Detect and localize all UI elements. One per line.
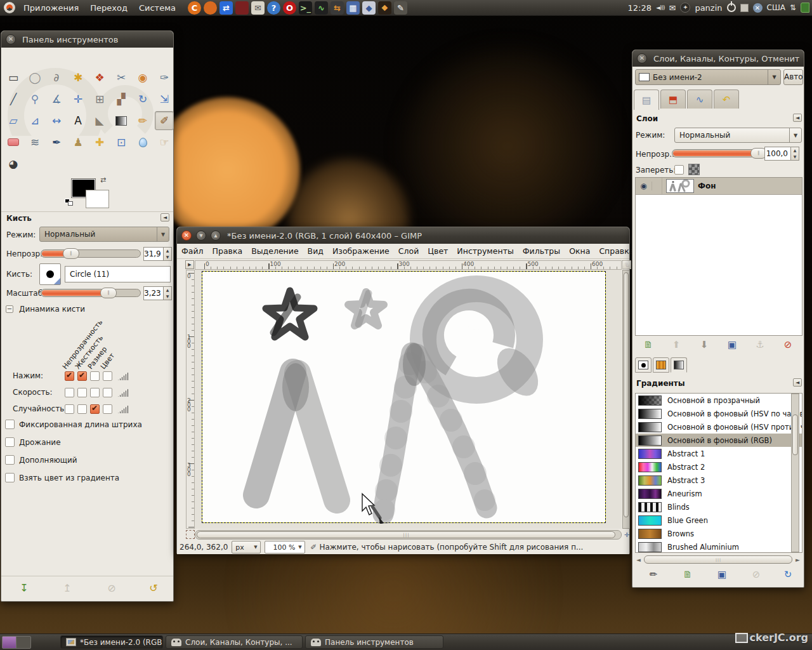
layers-dialog-close-button[interactable]: ✕ xyxy=(637,53,647,63)
dynamics-checkbox-1-1[interactable] xyxy=(77,388,87,397)
dynamics-checkbox-2-3[interactable] xyxy=(103,404,112,414)
opacity-spinner[interactable]: 31,9 xyxy=(143,247,164,261)
gradient-item[interactable]: Основной в фоновый (HSV против ч xyxy=(636,420,802,434)
menu-7[interactable]: Инструменты xyxy=(452,244,518,258)
reset-colors-icon[interactable] xyxy=(65,199,74,206)
edit-gradient-button[interactable]: ✏ xyxy=(645,567,662,582)
gradient-item[interactable]: Abstract 3 xyxy=(636,474,802,487)
dynamics-checkbox-0-0[interactable] xyxy=(65,371,74,381)
tool-perspective-clone[interactable]: ⊡ xyxy=(112,133,131,152)
layers-dialog-titlebar[interactable]: ✕ Слои, Каналы, Контуры, Отменит xyxy=(632,50,804,67)
gradient-item[interactable]: Brushed Aluminium xyxy=(636,540,802,553)
scale-slider[interactable]: ∥ xyxy=(41,289,141,297)
tool-rotate[interactable]: ↻ xyxy=(133,90,152,109)
background-color-swatch[interactable] xyxy=(86,190,109,208)
gradient-item[interactable]: Abstract 2 xyxy=(636,460,802,474)
tab-paths[interactable]: ∿ xyxy=(687,90,712,109)
system-monitor-launcher[interactable]: ∿ xyxy=(315,1,328,15)
tool-color-picker[interactable]: ╱ xyxy=(4,90,23,109)
lock-alpha-checkbox[interactable] xyxy=(674,165,684,175)
menu-6[interactable]: Цвет xyxy=(423,244,452,258)
window-close-button[interactable]: ✕ xyxy=(181,230,192,241)
tool-crop[interactable]: ▞ xyxy=(112,90,131,109)
taskbar-button-1[interactable]: Слои, Каналы, Контуры, ... xyxy=(166,635,303,649)
window-selector-icon[interactable] xyxy=(740,4,749,12)
network-launcher[interactable]: ⇆ xyxy=(331,1,344,15)
layout-switch-arrows[interactable]: ⇅ xyxy=(790,3,796,12)
gradient-item[interactable]: Browns xyxy=(636,527,802,540)
canvas[interactable] xyxy=(202,271,606,523)
gradient-item[interactable]: Aneurism xyxy=(636,487,802,500)
top-menu-2[interactable]: Система xyxy=(133,0,181,16)
dynamics-checkbox-1-0[interactable] xyxy=(65,388,74,397)
refresh-gradients-button[interactable]: ↻ xyxy=(780,567,796,582)
tool-measure[interactable]: ∡ xyxy=(47,90,66,109)
tool-perspective[interactable]: ⊿ xyxy=(25,111,44,130)
gradients-collapse-button[interactable]: ◄ xyxy=(793,378,802,387)
tool-clone[interactable]: ♟ xyxy=(69,133,88,152)
tab-undo-history[interactable]: ↶ xyxy=(714,90,739,109)
virtualbox-launcher[interactable]: ◆ xyxy=(362,1,376,15)
menu-2[interactable]: Выделение xyxy=(247,244,303,258)
image-selector-dropdown[interactable]: Без имени-2 ▼ xyxy=(635,69,781,85)
tab-layers[interactable]: ▤ xyxy=(634,90,659,110)
tool-scissors-select[interactable]: ✂ xyxy=(112,68,131,87)
image-window-titlebar[interactable]: ✕ ▾ ▴ *Без имени-2.0 (RGB, 1 слой) 640x4… xyxy=(177,227,629,244)
keyboard-layout[interactable]: США xyxy=(767,3,785,12)
dynamics-checkbox-1-2[interactable] xyxy=(90,388,100,397)
menu-0[interactable]: Файл xyxy=(177,244,208,258)
power-icon[interactable] xyxy=(727,3,736,12)
taskbar-button-0[interactable]: *Без имени-2.0 (RGB, 1 сл... xyxy=(60,635,163,649)
duplicate-layer-button[interactable]: ▣ xyxy=(724,337,740,352)
auto-button[interactable]: Авто xyxy=(783,69,803,85)
dynamics-checkbox-1-3[interactable] xyxy=(103,388,112,397)
layer-row[interactable]: ◉ Фон xyxy=(636,178,802,195)
scroll-right-arrow[interactable]: ► xyxy=(796,557,800,563)
teamviewer-launcher[interactable]: ⇄ xyxy=(219,1,233,15)
dynamics-checkbox-2-2[interactable] xyxy=(90,404,100,414)
layer-opacity-spinner[interactable]: 100,0 xyxy=(764,147,791,161)
top-menu-1[interactable]: Переход xyxy=(84,0,133,16)
media-launcher[interactable]: ▦ xyxy=(346,1,360,15)
menu-1[interactable]: Правка xyxy=(208,244,247,258)
layer-mode-dropdown[interactable]: Нормальный ▼ xyxy=(674,128,802,143)
swap-colors-icon[interactable]: ⇄ xyxy=(100,176,106,184)
option-checkbox-1[interactable] xyxy=(5,437,15,447)
delete-layer-button[interactable]: ⊘ xyxy=(780,337,796,352)
tray-edge-icon[interactable] xyxy=(801,3,809,13)
tool-move[interactable]: ✛ xyxy=(69,90,88,109)
scroll-left-arrow[interactable]: ◄ xyxy=(636,557,641,563)
menu-5[interactable]: Слой xyxy=(394,244,424,258)
tool-blend[interactable] xyxy=(112,111,131,130)
tool-shear[interactable]: ▱ xyxy=(4,111,23,130)
menu-3[interactable]: Вид xyxy=(303,244,328,258)
layer-opacity-slider[interactable]: ∥ xyxy=(672,149,762,157)
top-menu-0[interactable]: Приложения xyxy=(18,0,84,16)
me-menu-icon[interactable]: ✦ xyxy=(680,3,690,13)
menu-4[interactable]: Изображение xyxy=(328,244,394,258)
tool-paths[interactable]: ✑ xyxy=(155,68,174,87)
gradient-list-hscrollbar[interactable]: ∣∣∣ xyxy=(644,555,792,564)
tool-scale[interactable]: ⇲ xyxy=(155,90,174,109)
layer-opacity-spinner-arrows[interactable]: ▲▼ xyxy=(791,147,799,161)
dynamics-checkbox-0-3[interactable] xyxy=(103,371,112,381)
tab-patterns[interactable] xyxy=(653,357,669,373)
tool-ellipse-select[interactable]: ◯ xyxy=(25,68,44,87)
gradient-item[interactable]: Blinds xyxy=(636,500,802,514)
tool-smudge[interactable]: ☞ xyxy=(155,133,174,152)
option-checkbox-0[interactable] xyxy=(5,420,15,429)
tool-zoom[interactable]: ⚲ xyxy=(25,90,44,109)
layers-collapse-button[interactable]: ◄ xyxy=(793,114,802,122)
help-launcher[interactable]: ? xyxy=(267,1,280,15)
tool-select-by-color[interactable]: ❖ xyxy=(90,68,109,87)
menu-arrow-button[interactable]: ▶ xyxy=(185,260,194,269)
tool-eraser[interactable] xyxy=(4,133,23,152)
tool-blur-sharpen[interactable] xyxy=(133,133,152,152)
scale-spinner-arrows[interactable]: ▲▼ xyxy=(164,286,172,300)
visibility-eye-icon[interactable]: ◉ xyxy=(636,182,652,190)
tab-channels[interactable]: ⬒ xyxy=(660,90,686,109)
dynamics-expander[interactable]: − xyxy=(6,305,13,313)
delete-options-button[interactable]: ⊘ xyxy=(104,581,119,596)
mail-launcher[interactable]: ✉ xyxy=(251,1,265,15)
quick-mask-button[interactable] xyxy=(186,530,195,539)
